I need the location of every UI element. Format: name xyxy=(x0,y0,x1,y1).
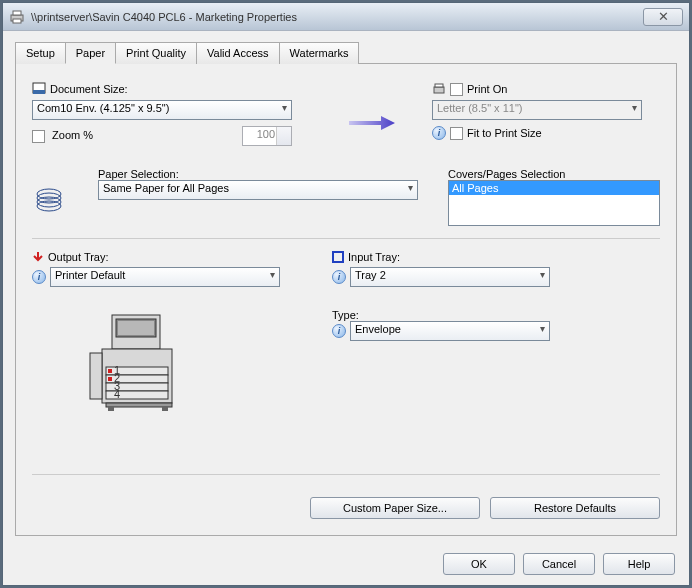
tab-setup[interactable]: Setup xyxy=(15,42,66,64)
svg-rect-2 xyxy=(13,19,21,23)
cancel-button[interactable]: Cancel xyxy=(523,553,595,575)
print-on-combo: Letter (8.5" x 11") xyxy=(432,100,642,120)
tab-strip: Setup Paper Print Quality Valid Access W… xyxy=(15,41,677,64)
svg-rect-5 xyxy=(434,87,444,93)
custom-paper-size-button[interactable]: Custom Paper Size... xyxy=(310,497,480,519)
help-icon-input[interactable]: i xyxy=(332,270,346,284)
zoom-checkbox-group[interactable]: Zoom % xyxy=(32,129,93,143)
input-tray-label: Input Tray: xyxy=(348,251,400,263)
close-button[interactable]: ✕ xyxy=(643,8,683,26)
window-title: \\printserver\Savin C4040 PCL6 - Marketi… xyxy=(31,11,643,23)
input-tray-combo[interactable]: Tray 2 xyxy=(350,267,550,287)
print-on-checkbox[interactable] xyxy=(450,83,463,96)
tab-valid-access[interactable]: Valid Access xyxy=(196,42,280,64)
zoom-checkbox[interactable] xyxy=(32,130,45,143)
restore-defaults-button[interactable]: Restore Defaults xyxy=(490,497,660,519)
paper-selection-combo[interactable]: Same Paper for All Pages xyxy=(98,180,418,200)
content-area: Setup Paper Print Quality Valid Access W… xyxy=(3,31,689,546)
svg-rect-22 xyxy=(108,377,112,381)
help-icon-type[interactable]: i xyxy=(332,324,346,338)
tab-print-quality[interactable]: Print Quality xyxy=(115,42,197,64)
printer-illustration: 1 2 3 4 xyxy=(82,307,192,427)
paper-stack-icon xyxy=(32,184,66,218)
paper-selection-label: Paper Selection: xyxy=(98,168,428,180)
svg-rect-27 xyxy=(108,407,114,411)
svg-rect-29 xyxy=(333,252,343,262)
arrow-icon xyxy=(347,114,397,132)
help-button[interactable]: Help xyxy=(603,553,675,575)
titlebar: \\printserver\Savin C4040 PCL6 - Marketi… xyxy=(3,3,689,31)
svg-rect-28 xyxy=(162,407,168,411)
svg-rect-26 xyxy=(106,403,172,407)
tab-watermarks[interactable]: Watermarks xyxy=(279,42,360,64)
output-tray-label: Output Tray: xyxy=(48,251,109,263)
svg-rect-13 xyxy=(118,321,154,335)
print-on-icon xyxy=(432,82,446,96)
svg-rect-1 xyxy=(13,11,21,15)
output-tray-combo[interactable]: Printer Default xyxy=(50,267,280,287)
divider-2 xyxy=(32,474,660,475)
divider xyxy=(32,238,660,239)
svg-rect-4 xyxy=(33,90,45,94)
fit-checkbox[interactable] xyxy=(450,127,463,140)
zoom-label: Zoom % xyxy=(52,129,93,141)
svg-rect-15 xyxy=(90,353,102,399)
covers-item-allpages[interactable]: All Pages xyxy=(449,181,659,195)
tab-paper[interactable]: Paper xyxy=(65,42,116,64)
document-size-combo[interactable]: Com10 Env. (4.125" x 9.5") xyxy=(32,100,292,120)
help-icon-output[interactable]: i xyxy=(32,270,46,284)
input-tray-icon xyxy=(332,251,344,263)
print-on-label: Print On xyxy=(467,83,507,95)
output-arrow-icon xyxy=(32,251,44,263)
svg-rect-20 xyxy=(108,369,112,373)
paper-panel: Document Size: Com10 Env. (4.125" x 9.5"… xyxy=(15,64,677,536)
covers-listbox[interactable]: All Pages xyxy=(448,180,660,226)
covers-label: Covers/Pages Selection xyxy=(448,168,660,180)
document-icon xyxy=(32,82,46,96)
dialog-footer: OK Cancel Help xyxy=(443,553,675,575)
type-combo[interactable]: Envelope xyxy=(350,321,550,341)
printer-icon xyxy=(9,9,25,25)
fit-label: Fit to Print Size xyxy=(467,127,542,139)
document-size-label: Document Size: xyxy=(50,83,128,95)
help-icon-fit[interactable]: i xyxy=(432,126,446,140)
ok-button[interactable]: OK xyxy=(443,553,515,575)
svg-rect-6 xyxy=(435,84,443,87)
svg-text:4: 4 xyxy=(114,388,120,400)
type-label: Type: xyxy=(332,309,660,321)
zoom-spinner[interactable]: 100 xyxy=(242,126,292,146)
properties-dialog: \\printserver\Savin C4040 PCL6 - Marketi… xyxy=(2,2,690,586)
